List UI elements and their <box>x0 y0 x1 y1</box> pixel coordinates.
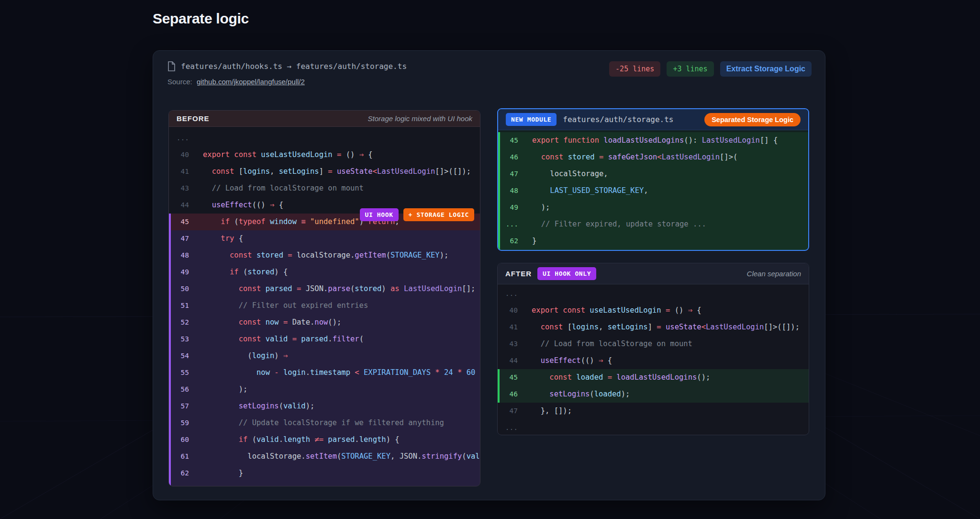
line-number: 53 <box>171 331 197 348</box>
line-number: 59 <box>171 415 197 431</box>
new-module-path: features/auth/storage.ts <box>563 115 673 124</box>
code-line-text <box>197 130 203 147</box>
code-line: ... <box>498 419 809 435</box>
line-number: 41 <box>171 163 197 180</box>
before-panel: BEFORE Storage logic mixed with UI hook … <box>168 110 480 486</box>
code-line-text: // Filter out expired entries <box>197 297 368 314</box>
line-number: 47 <box>171 230 197 247</box>
code-line: 45 const loaded = loadLastUsedLogins(); <box>498 369 809 386</box>
code-line: 52 const now = Date.now(); <box>169 314 480 331</box>
code-line: 60 if (valid.length ≠= parsed.length) { <box>169 431 480 448</box>
code-line: 62} <box>498 233 808 249</box>
code-line-text: } <box>526 233 536 249</box>
line-number: 54 <box>171 348 197 364</box>
code-line: 40export const useLastUsedLogin = () ⇒ { <box>498 302 809 319</box>
ui-hook-badge: UI HOOK <box>360 208 399 221</box>
code-line: 48 LAST_USED_STORAGE_KEY, <box>498 182 808 199</box>
code-line-text: setLogins(valid); <box>197 398 314 415</box>
code-line-text: localStorage.setItem(STORAGE_KEY, JSON.s… <box>197 448 480 465</box>
code-line-text: export const useLastUsedLogin = () ⇒ { <box>197 147 373 163</box>
lines-added-badge: +3 lines <box>667 61 713 77</box>
after-code: ...40export const useLastUsedLogin = () … <box>498 284 809 435</box>
source-label: Source: <box>167 78 192 86</box>
code-line: 59 // Update localStorage if we filtered… <box>169 415 480 431</box>
source-link[interactable]: github.com/jkoppel/langfuse/pull/2 <box>197 78 305 86</box>
code-line-text: (login) ⇒ <box>197 348 288 364</box>
before-panel-header: BEFORE Storage logic mixed with UI hook <box>169 111 480 127</box>
new-module-panel: NEW MODULE features/auth/storage.ts Sepa… <box>497 108 809 251</box>
code-line: 56 ); <box>169 381 480 398</box>
before-title: BEFORE <box>177 114 210 123</box>
line-number: 43 <box>500 336 525 352</box>
refactor-card: features/auth/hooks.ts → features/auth/s… <box>153 50 825 500</box>
line-number: 48 <box>171 247 197 264</box>
code-line-text: // Load from localStorage on mount <box>525 336 692 352</box>
line-number: 49 <box>171 264 197 281</box>
line-number: 56 <box>171 381 197 398</box>
code-line: 55 now - login.timestamp < EXPIRATION_DA… <box>169 364 480 381</box>
line-number: 61 <box>171 448 197 465</box>
line-number: 60 <box>171 431 197 448</box>
line-number: 44 <box>500 352 525 369</box>
code-line: 48 const stored = localStorage.getItem(S… <box>169 247 480 264</box>
storage-logic-badge: + STORAGE LOGIC <box>403 208 474 221</box>
line-number: 51 <box>171 297 197 314</box>
line-number: 40 <box>500 302 525 319</box>
before-code: ...40export const useLastUsedLogin = () … <box>169 127 480 486</box>
line-number: ... <box>171 130 197 147</box>
new-module-badge: NEW MODULE <box>506 113 557 126</box>
code-line: 41 const [logins, setLogins] = useState<… <box>498 319 809 336</box>
header-badges: -25 lines +3 lines Extract Storage Logic <box>609 61 812 77</box>
code-line-text <box>525 285 532 302</box>
overlay-badges: UI HOOK + STORAGE LOGIC <box>360 208 474 221</box>
after-panel: AFTER UI HOOK ONLY Clean separation ...4… <box>497 263 809 435</box>
code-line: 43 // Load from localStorage on mount <box>498 336 809 352</box>
line-number: 62 <box>171 465 197 482</box>
code-line-text: } <box>197 465 243 482</box>
code-line: 47 }, []); <box>498 403 809 419</box>
new-module-code: 45export function loadLastUsedLogins(): … <box>498 130 808 251</box>
before-note: Storage logic mixed with UI hook <box>368 114 472 123</box>
code-line-text: LAST_USED_STORAGE_KEY, <box>526 182 648 199</box>
code-line: 47 localStorage, <box>498 166 808 182</box>
code-line: 45export function loadLastUsedLogins(): … <box>498 132 808 149</box>
code-line: 46 setLogins(loaded); <box>498 386 809 403</box>
code-line: ... // Filter expired, update storage ..… <box>498 216 808 233</box>
code-line: 41 const [logins, setLogins] = useState<… <box>169 163 480 180</box>
new-module-panel-header: NEW MODULE features/auth/storage.ts Sepa… <box>498 109 808 130</box>
ui-hook-only-badge: UI HOOK ONLY <box>537 267 596 280</box>
code-line-text: ); <box>197 381 247 398</box>
code-line-text: const loaded = loadLastUsedLogins(); <box>525 369 710 386</box>
line-number: 45 <box>500 369 525 386</box>
code-line-text: useEffect(() ⇒ { <box>197 197 283 214</box>
code-line: 62 } <box>169 465 480 482</box>
line-number: 40 <box>171 147 197 163</box>
line-number: ... <box>500 285 525 302</box>
after-panel-header: AFTER UI HOOK ONLY Clean separation <box>498 263 809 284</box>
file-path: features/auth/hooks.ts → features/auth/s… <box>181 62 407 71</box>
line-number: 45 <box>171 214 197 230</box>
page-title: Separate logic <box>153 11 249 27</box>
code-line-text: // Update localStorage if we filtered an… <box>197 415 444 431</box>
code-line: 49 if (stored) { <box>169 264 480 281</box>
line-number: 52 <box>171 314 197 331</box>
code-line-text: now - login.timestamp < EXPIRATION_DAYS … <box>197 364 480 381</box>
code-line: 51 // Filter out expired entries <box>169 297 480 314</box>
line-number: 48 <box>500 182 526 199</box>
line-number: ... <box>500 216 526 233</box>
code-line-text: const stored = safeGetJson<LastUsedLogin… <box>526 149 737 166</box>
file-row: features/auth/hooks.ts → features/auth/s… <box>167 61 407 71</box>
after-note: Clean separation <box>747 270 801 278</box>
code-line: 46 const stored = safeGetJson<LastUsedLo… <box>498 149 808 166</box>
line-number: 55 <box>171 364 197 381</box>
line-number: 57 <box>171 398 197 415</box>
file-icon <box>167 61 176 71</box>
line-number: 47 <box>500 403 525 419</box>
separated-storage-badge: Separated Storage Logic <box>704 113 801 126</box>
line-number: 41 <box>500 319 525 336</box>
code-line-text: const now = Date.now(); <box>197 314 341 331</box>
code-line-text: localStorage, <box>526 166 608 182</box>
code-line: 57 setLogins(valid); <box>169 398 480 415</box>
code-line: ... <box>498 285 809 302</box>
code-line-text: ); <box>526 199 550 216</box>
